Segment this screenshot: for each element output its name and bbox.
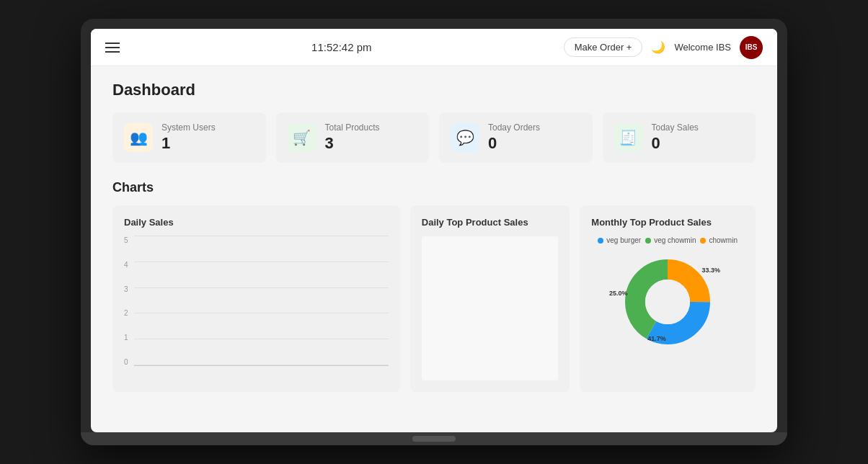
y-axis: 5 4 3 2 1 0	[124, 236, 134, 366]
app-container: 11:52:42 pm Make Order + 🌙 Welcome IBS I…	[91, 29, 777, 432]
laptop-screen: 11:52:42 pm Make Order + 🌙 Welcome IBS I…	[91, 29, 777, 432]
main-content: Dashboard 👥 System Users 1 🛒 Total Prod	[91, 66, 777, 432]
donut-container: veg burger veg chowmin chowmin	[591, 236, 744, 352]
stat-value-sales: 0	[652, 134, 699, 153]
stat-card-today-orders: 💬 Today Orders 0	[439, 112, 593, 163]
label-veg-chowmin: 41.7%	[647, 335, 666, 342]
daily-sales-chart: Daily Sales 5 4 3 2 1 0	[112, 205, 400, 392]
topbar: 11:52:42 pm Make Order + 🌙 Welcome IBS I…	[91, 29, 777, 66]
daily-top-chart: Daily Top Product Sales	[410, 205, 570, 392]
legend-dot-veg-burger	[598, 238, 603, 244]
stat-card-today-sales: 🧾 Today Sales 0	[603, 112, 756, 163]
legend-veg-burger: veg burger	[598, 236, 641, 244]
stat-value-users: 1	[161, 134, 216, 153]
stat-card-system-users: 👥 System Users 1	[112, 112, 266, 163]
laptop-base	[81, 432, 787, 445]
users-icon: 👥	[124, 123, 153, 152]
charts-title: Charts	[112, 180, 756, 195]
topbar-left	[105, 43, 120, 53]
bar-chart-area: 5 4 3 2 1 0	[124, 236, 389, 380]
stat-value-products: 3	[325, 134, 380, 153]
label-veg-burger: 33.3%	[701, 267, 720, 274]
daily-top-empty	[422, 236, 559, 380]
daily-top-title: Daily Top Product Sales	[422, 217, 559, 228]
svg-point-4	[645, 280, 690, 324]
stat-label-users: System Users	[161, 122, 216, 133]
topbar-right: Make Order + 🌙 Welcome IBS IBS	[564, 36, 763, 59]
monthly-top-chart: Monthly Top Product Sales veg burger veg…	[580, 205, 756, 392]
monthly-top-title: Monthly Top Product Sales	[591, 217, 744, 228]
welcome-text: Welcome IBS	[674, 42, 731, 53]
stat-value-orders: 0	[488, 134, 540, 153]
stat-card-total-products: 🛒 Total Products 3	[276, 112, 430, 163]
clock: 11:52:42 pm	[311, 41, 371, 53]
charts-grid: Daily Sales 5 4 3 2 1 0	[112, 205, 756, 392]
legend-chowmin: chowmin	[700, 236, 737, 244]
stat-label-products: Total Products	[325, 122, 380, 133]
chart-plot	[134, 236, 389, 366]
dark-mode-icon[interactable]: 🌙	[651, 40, 665, 54]
laptop-notch	[412, 436, 456, 442]
legend-veg-chowmin: veg chowmin	[645, 236, 696, 244]
hamburger-menu[interactable]	[105, 43, 120, 53]
donut-legend: veg burger veg chowmin chowmin	[598, 236, 738, 244]
laptop-frame: 11:52:42 pm Make Order + 🌙 Welcome IBS I…	[81, 19, 787, 445]
daily-sales-title: Daily Sales	[124, 217, 389, 228]
avatar[interactable]: IBS	[740, 36, 763, 59]
stat-label-sales: Today Sales	[652, 122, 699, 133]
donut-chart: 25.0% 33.3% 41.7%	[617, 251, 718, 352]
sales-icon: 🧾	[614, 123, 643, 152]
page-title: Dashboard	[112, 81, 756, 99]
label-chowmin: 25.0%	[609, 290, 628, 297]
stat-label-orders: Today Orders	[488, 122, 540, 133]
products-icon: 🛒	[288, 123, 316, 152]
make-order-button[interactable]: Make Order +	[564, 37, 643, 57]
legend-dot-chowmin	[700, 238, 706, 244]
orders-icon: 💬	[451, 123, 479, 152]
stats-grid: 👥 System Users 1 🛒 Total Products 3	[112, 112, 756, 163]
legend-dot-veg-chowmin	[645, 238, 651, 244]
